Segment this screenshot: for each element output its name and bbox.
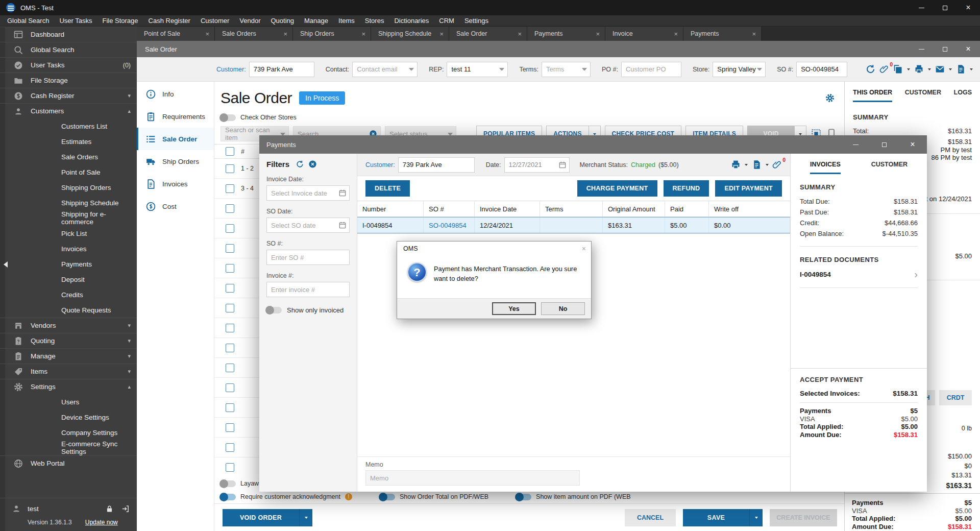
close-tab-icon[interactable] (439, 30, 444, 38)
delete-button[interactable]: DELETE (365, 180, 410, 197)
subnav-item[interactable]: Info (137, 83, 214, 105)
chevron-icon[interactable]: ▴ (128, 383, 131, 390)
sidebar-item[interactable]: Shipping Schedule (0, 195, 137, 210)
sidebar-item[interactable]: Payments (0, 256, 137, 272)
sidebar-item[interactable]: User Tasks (0) (0, 57, 137, 73)
subnav-item[interactable]: Ship Orders (137, 150, 214, 173)
document-tab[interactable]: Payments (683, 27, 762, 41)
sidebar-item[interactable]: Company Settings (0, 425, 137, 440)
cancel-button[interactable]: CANCEL (625, 509, 676, 526)
so-number-input[interactable] (796, 62, 847, 77)
export-dropdown-icon[interactable] (970, 68, 973, 72)
print-icon[interactable] (730, 159, 741, 170)
invoice-number-filter-input[interactable] (266, 282, 350, 297)
menu-item[interactable]: Cash Register (143, 17, 195, 25)
sidebar-item[interactable]: Quote Requests (0, 302, 137, 318)
minimize-button[interactable] (910, 41, 933, 57)
sidebar-item[interactable]: Users (0, 394, 137, 409)
sidebar-item[interactable]: Sale Orders (0, 149, 137, 164)
refresh-filters-icon[interactable] (296, 160, 304, 168)
close-tab-icon[interactable] (752, 30, 756, 38)
chevron-icon[interactable]: ▾ (128, 353, 131, 359)
create-invoice-button[interactable]: CREATE INVOICE (770, 509, 837, 526)
sidebar-item[interactable]: Deposit (0, 272, 137, 287)
collapse-sidebar-button[interactable] (1, 261, 8, 268)
print-icon[interactable] (914, 64, 924, 75)
sidebar-item[interactable]: Invoices (0, 241, 137, 256)
close-tab-icon[interactable] (361, 30, 365, 38)
sidebar-item[interactable]: Estimates (0, 134, 137, 149)
chevron-icon[interactable]: ▾ (128, 322, 131, 329)
so-link[interactable]: SO-0049854 (424, 218, 475, 233)
row-checkbox[interactable] (226, 364, 234, 372)
row-checkbox[interactable] (226, 383, 234, 392)
refund-button[interactable]: REFUND (664, 180, 709, 197)
so-date-input[interactable] (266, 218, 350, 233)
close-button[interactable] (957, 0, 980, 15)
row-checkbox[interactable] (226, 264, 234, 273)
row-checkbox[interactable] (226, 304, 234, 312)
menu-item[interactable]: Manage (299, 17, 333, 25)
chevron-icon[interactable]: ▾ (128, 337, 131, 344)
document-tab[interactable]: Sale Order (449, 27, 527, 41)
sidebar-item[interactable]: Credits (0, 287, 137, 302)
tab-customer[interactable]: CUSTOMER (871, 161, 908, 174)
tab-invoices[interactable]: INVOICES (810, 161, 841, 174)
row-checkbox[interactable] (226, 184, 234, 193)
row-checkbox[interactable] (226, 284, 234, 293)
maximize-button[interactable] (870, 135, 898, 154)
attachments-icon[interactable]: 0 (772, 160, 782, 170)
copy-dropdown-icon[interactable] (907, 68, 910, 72)
chevron-icon[interactable]: ▾ (128, 368, 131, 375)
menu-item[interactable]: Global Search (2, 17, 54, 25)
close-button[interactable] (898, 135, 927, 154)
tab-logs[interactable]: LOGS (954, 89, 972, 102)
close-button[interactable] (957, 41, 980, 57)
show-item-amount-toggle[interactable] (516, 494, 531, 500)
attachments-icon[interactable]: 0 (879, 64, 889, 74)
print-dropdown-icon[interactable] (745, 164, 748, 167)
row-checkbox[interactable] (226, 324, 234, 332)
customer-po-input[interactable] (621, 62, 681, 77)
refresh-icon[interactable] (865, 64, 876, 75)
close-tab-icon[interactable] (205, 30, 209, 38)
yes-button[interactable]: Yes (492, 302, 536, 315)
tab-customer[interactable]: CUSTOMER (905, 89, 941, 102)
row-checkbox[interactable] (226, 403, 234, 412)
close-tab-icon[interactable] (674, 30, 678, 38)
sidebar-item[interactable]: Customers List (0, 118, 137, 134)
tab-this-order[interactable]: THIS ORDER (853, 89, 892, 102)
update-now-link[interactable]: Update now (85, 519, 118, 526)
menu-item[interactable]: Vendor (234, 17, 265, 25)
menu-item[interactable]: Dictionaries (389, 17, 434, 25)
document-tab[interactable]: Ship Orders (293, 27, 371, 41)
document-tab[interactable]: Point of Sale (137, 27, 215, 41)
export-document-icon[interactable] (751, 159, 762, 170)
sidebar-item[interactable]: Point of Sale (0, 164, 137, 180)
void-order-button[interactable]: VOID ORDER (223, 509, 299, 526)
contact-select[interactable]: Contact email (352, 62, 418, 77)
sidebar-item[interactable]: Device Settings (0, 409, 137, 425)
subnav-item[interactable]: Cost (137, 195, 214, 218)
menu-item[interactable]: File Storage (97, 17, 143, 25)
row-checkbox[interactable] (226, 164, 234, 173)
no-button[interactable]: No (541, 302, 585, 315)
sidebar-item[interactable]: Shipping for e-commerce (0, 210, 137, 226)
subnav-item[interactable]: Sale Order (137, 128, 214, 150)
document-tab[interactable]: Payments (527, 27, 605, 41)
chevron-icon[interactable]: ▴ (128, 108, 131, 114)
close-tab-icon[interactable] (596, 30, 600, 38)
gear-icon[interactable] (825, 93, 835, 103)
show-order-total-toggle[interactable] (380, 494, 395, 500)
require-ack-toggle[interactable] (220, 494, 236, 500)
print-dropdown-icon[interactable] (928, 68, 931, 72)
menu-item[interactable]: Customer (195, 17, 234, 25)
invoice-date-input[interactable] (266, 185, 350, 201)
sidebar-item[interactable]: Vendors ▾ (0, 318, 137, 333)
select-all-checkbox[interactable] (226, 147, 234, 156)
customer-input[interactable] (249, 62, 314, 77)
charge-payment-button[interactable]: CHARGE PAYMENT (577, 180, 657, 197)
related-document-link[interactable]: I-0049854 › (800, 269, 918, 280)
so-number-filter-input[interactable] (266, 250, 350, 265)
calendar-icon[interactable] (338, 221, 347, 229)
